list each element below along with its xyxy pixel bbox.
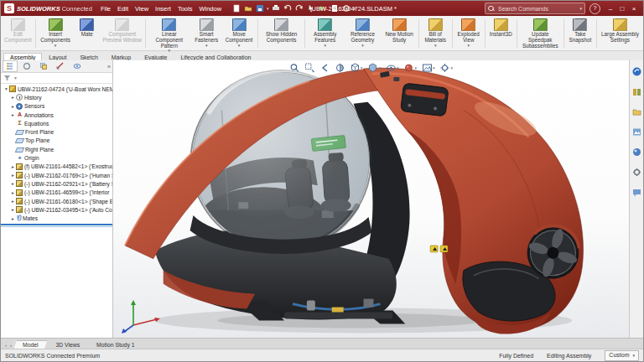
file-explorer-icon[interactable] bbox=[632, 105, 641, 120]
search-dropdown-icon[interactable]: ▾ bbox=[579, 6, 582, 11]
instant3d-icon bbox=[494, 18, 508, 31]
configurationmanager-tab[interactable] bbox=[36, 60, 51, 72]
edit-appearance-icon[interactable]: ▾ bbox=[404, 63, 418, 73]
ribbon-button-edit-component[interactable]: Edit Component bbox=[3, 17, 34, 50]
expand-icon[interactable]: ▸ bbox=[10, 199, 16, 204]
undo-icon[interactable] bbox=[283, 4, 293, 13]
tree-item-equations[interactable]: Σ Equations bbox=[1, 119, 112, 127]
chevron-down-icon: ▾ bbox=[632, 351, 635, 359]
expand-icon[interactable]: ▸ bbox=[10, 207, 16, 212]
expand-icon[interactable]: ▸ bbox=[10, 112, 16, 117]
custom-properties-icon[interactable] bbox=[632, 165, 641, 180]
expand-icon[interactable]: ▸ bbox=[10, 95, 16, 100]
maximize-button[interactable]: □ bbox=[616, 2, 628, 16]
ribbon-button-linear-component-pattern[interactable]: Linear Component Pattern ▾ bbox=[148, 17, 190, 50]
menu-file[interactable]: File bbox=[97, 5, 114, 13]
menu-view[interactable]: View bbox=[132, 5, 152, 13]
ribbon-button-smart-fasteners[interactable]: Smart Fasteners ▾ bbox=[190, 17, 222, 50]
redo-icon[interactable] bbox=[295, 4, 304, 13]
tree-item-component[interactable]: ▸ (f) UBW-21161-44582<1> ('Exostruc bbox=[1, 163, 112, 171]
expand-icon[interactable]: ▸ bbox=[10, 104, 16, 109]
menu-insert[interactable]: Insert bbox=[152, 5, 174, 13]
ribbon-button-mate[interactable]: Mate bbox=[73, 17, 101, 50]
expand-icon[interactable]: ▸ bbox=[10, 190, 16, 195]
expand-icon[interactable]: ▸ bbox=[10, 181, 16, 186]
zoom-to-fit-icon[interactable] bbox=[289, 63, 299, 73]
tree-item-component[interactable]: ▸ (-) UBW-21161-46599<1> ('Interior bbox=[1, 189, 112, 197]
command-search[interactable]: ▾ bbox=[485, 3, 585, 14]
zoom-to-area-icon[interactable] bbox=[304, 63, 314, 73]
new-icon[interactable] bbox=[231, 4, 241, 13]
3dexperience-icon[interactable] bbox=[632, 65, 641, 80]
propertymanager-tab[interactable] bbox=[19, 60, 34, 72]
tree-item-top-plane[interactable]: Top Plane bbox=[1, 137, 112, 145]
menu-window[interactable]: Window bbox=[195, 5, 225, 13]
ribbon-button-take-snapshot[interactable]: Take Snapshot bbox=[566, 17, 595, 50]
displaymanager-tab[interactable] bbox=[70, 60, 85, 72]
expand-icon[interactable]: ▸ bbox=[10, 216, 16, 221]
tree-item-annotations[interactable]: ▸ A Annotations bbox=[1, 111, 112, 119]
display-style-icon[interactable]: ▾ bbox=[367, 63, 381, 73]
ribbon-button-show-hidden-components[interactable]: Show Hidden Components bbox=[260, 17, 303, 50]
submarine-3d-model[interactable] bbox=[113, 60, 629, 339]
ribbon-button-new-motion-study[interactable]: New Motion Study bbox=[382, 17, 417, 50]
close-button[interactable]: × bbox=[628, 2, 640, 16]
forum-icon[interactable] bbox=[632, 185, 641, 200]
dimxpertmanager-tab[interactable] bbox=[53, 60, 68, 72]
ribbon-button-bill-of-materials[interactable]: Bill of Materials ▾ bbox=[421, 17, 450, 50]
status-custom-dropdown[interactable]: Custom ▾ bbox=[605, 350, 639, 361]
expand-icon[interactable]: ▸ bbox=[10, 164, 16, 169]
ribbon-button-reference-geometry[interactable]: Reference Geometry ▾ bbox=[343, 17, 382, 50]
tree-item-sensors[interactable]: ▸ Sensors bbox=[1, 102, 112, 111]
ribbon-button-instant3d[interactable]: Instant3D bbox=[487, 17, 515, 50]
search-input[interactable] bbox=[496, 5, 577, 13]
search-icon bbox=[488, 6, 494, 12]
expand-icon[interactable]: ▸ bbox=[10, 173, 16, 178]
help-button[interactable]: ? bbox=[589, 3, 600, 14]
ribbon-button-component-preview-window[interactable]: Component Preview Window bbox=[101, 17, 143, 50]
open-icon[interactable] bbox=[243, 4, 252, 13]
ribbon-button-assembly-features[interactable]: Assembly Features ▾ bbox=[307, 17, 343, 50]
save-icon[interactable] bbox=[255, 4, 264, 13]
minimize-button[interactable]: – bbox=[605, 2, 616, 16]
view-settings-icon[interactable]: ▾ bbox=[440, 63, 454, 73]
ribbon-button-move-component[interactable]: Move Component ▾ bbox=[222, 17, 256, 50]
tree-item-history[interactable]: ▸ History bbox=[1, 93, 112, 101]
featuremanager-tab[interactable] bbox=[3, 60, 18, 72]
ribbon-button-update-speedpak[interactable]: Update Speedpak Subassemblies bbox=[519, 17, 562, 50]
tree-item-root[interactable]: ▾ UBW-21162-04724 ('U-Boat Worx NEMO bbox=[1, 85, 112, 93]
tree-item-right-plane[interactable]: Right Plane bbox=[1, 145, 112, 153]
view-orientation-icon[interactable]: ▾ bbox=[350, 63, 363, 73]
menu-tools[interactable]: Tools bbox=[174, 5, 196, 13]
rollback-bar[interactable] bbox=[1, 224, 112, 225]
print-icon[interactable] bbox=[272, 4, 281, 13]
apply-scene-icon[interactable]: ▾ bbox=[422, 63, 435, 73]
collapse-icon[interactable]: ▾ bbox=[3, 86, 9, 91]
ribbon-button-insert-components[interactable]: Insert Components ▾ bbox=[38, 17, 74, 50]
panel-flyout-chevron-icon[interactable]: » bbox=[107, 64, 111, 70]
appearances-scenes-icon[interactable] bbox=[632, 145, 641, 160]
menu-edit[interactable]: Edit bbox=[114, 5, 132, 13]
tree-item-origin[interactable]: + Origin bbox=[1, 153, 112, 162]
filter-dropdown-icon[interactable]: ▼ bbox=[13, 75, 18, 80]
graphics-viewport[interactable]: ▾ ▾ ▾ ▾ ▾ ▾ bbox=[113, 60, 629, 339]
ribbon-separator bbox=[304, 19, 305, 48]
save-dropdown-icon[interactable]: ▾ bbox=[267, 6, 269, 11]
status-premium-text: SOLIDWORKS Connected Premium bbox=[5, 353, 486, 359]
tree-item-component[interactable]: ▸ (-) UBW-21162-01769<1> ('Human S bbox=[1, 171, 112, 179]
document-tab-bar: ‹ › Model 3D Views Motion Study 1 bbox=[1, 338, 643, 349]
tree-item-component[interactable]: ▸ (-) UBW-21162-02921<1> ('Battery S bbox=[1, 179, 112, 188]
filter-funnel-icon[interactable] bbox=[3, 75, 11, 82]
ribbon-separator bbox=[564, 19, 564, 48]
tree-item-component[interactable]: ▸ (-) UBW-21162-03495<1> ('Auto Co bbox=[1, 205, 112, 214]
view-palette-icon[interactable] bbox=[632, 125, 641, 140]
ribbon-button-exploded-view[interactable]: Exploded View ▾ bbox=[454, 17, 483, 50]
design-library-icon[interactable] bbox=[632, 85, 641, 100]
previous-view-icon[interactable] bbox=[319, 63, 330, 73]
tree-item-component[interactable]: ▸ (-) UBW-21161-06180<1> ('Shape El bbox=[1, 197, 112, 205]
hide-show-items-icon[interactable]: ▾ bbox=[386, 63, 399, 73]
tree-item-front-plane[interactable]: Front Plane bbox=[1, 127, 112, 136]
section-view-icon[interactable] bbox=[335, 63, 345, 73]
tree-item-mates[interactable]: ▸ Mates bbox=[1, 214, 112, 222]
ribbon-button-large-assembly-settings[interactable]: Large Assembly Settings bbox=[599, 17, 641, 50]
